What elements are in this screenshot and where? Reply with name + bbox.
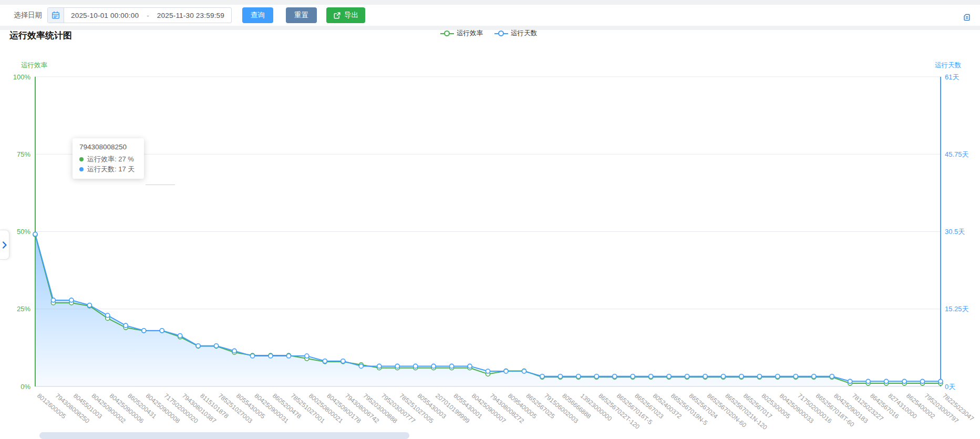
- legend-label: 运行天数: [511, 29, 537, 38]
- series-dot-icon: [79, 167, 84, 171]
- date-range-value[interactable]: 2025-10-01 00:00:00 - 2025-11-30 23:59:5…: [64, 8, 231, 23]
- date-separator: -: [147, 12, 149, 19]
- days-point[interactable]: [866, 379, 870, 383]
- days-point[interactable]: [323, 359, 327, 363]
- days-point[interactable]: [431, 364, 436, 368]
- days-point[interactable]: [450, 364, 454, 368]
- days-point[interactable]: [232, 349, 236, 353]
- export-button-label: 导出: [344, 11, 358, 20]
- days-point[interactable]: [776, 374, 780, 379]
- axis-pointer-line: [146, 185, 175, 185]
- date-range-label: 选择日期: [14, 11, 42, 20]
- days-point[interactable]: [613, 374, 617, 379]
- days-point[interactable]: [377, 364, 381, 368]
- chart-legend: 运行效率 运行天数: [440, 29, 537, 38]
- chevron-right-icon: [2, 241, 7, 249]
- tooltip-text: 运行效率: 27 %: [87, 154, 134, 164]
- days-point[interactable]: [685, 374, 689, 379]
- left-axis-tick: 100%: [13, 73, 31, 81]
- right-axis-tick: 45.75天: [945, 150, 969, 158]
- days-point[interactable]: [286, 354, 291, 358]
- days-point[interactable]: [359, 364, 363, 368]
- days-point[interactable]: [576, 374, 581, 379]
- days-point[interactable]: [938, 379, 943, 383]
- days-point[interactable]: [178, 333, 182, 338]
- left-axis-tick: 0%: [20, 383, 30, 391]
- left-axis-tick: 25%: [17, 305, 30, 313]
- days-point[interactable]: [793, 374, 798, 379]
- area-fill: [35, 234, 941, 386]
- days-point[interactable]: [486, 369, 490, 373]
- line-marker-icon: [440, 30, 454, 37]
- days-point[interactable]: [142, 329, 146, 333]
- series-dot-icon: [79, 157, 84, 161]
- days-point[interactable]: [196, 344, 200, 348]
- days-point[interactable]: [468, 364, 472, 368]
- top-window-strip: [0, 0, 980, 5]
- days-point[interactable]: [341, 359, 345, 363]
- legend-item-days[interactable]: 运行天数: [494, 29, 537, 38]
- days-point[interactable]: [269, 354, 273, 358]
- date-end: 2025-11-30 23:59:59: [157, 12, 224, 19]
- days-point[interactable]: [848, 379, 852, 383]
- tooltip-row-efficiency: 运行效率: 27 %: [79, 154, 137, 164]
- days-point[interactable]: [123, 323, 128, 328]
- right-axis-tick: 0天: [945, 383, 955, 391]
- right-axis-tick: 30.5天: [945, 228, 965, 236]
- toolbar: 选择日期 2025-10-01 00:00:00 - 2025-11-30 23…: [0, 5, 980, 26]
- sidebar-expand-handle[interactable]: [0, 230, 9, 260]
- days-point[interactable]: [703, 374, 707, 379]
- legend-label: 运行效率: [457, 29, 483, 38]
- document-icon[interactable]: [960, 10, 974, 25]
- calendar-icon[interactable]: [48, 8, 64, 23]
- days-point[interactable]: [87, 303, 91, 308]
- days-point[interactable]: [540, 374, 544, 379]
- reset-button[interactable]: 重置: [286, 7, 317, 23]
- page-title: 运行效率统计图: [9, 29, 72, 42]
- days-point[interactable]: [251, 354, 255, 358]
- days-point[interactable]: [160, 329, 164, 333]
- horizontal-scrollbar-thumb[interactable]: [39, 432, 409, 439]
- days-point[interactable]: [902, 379, 906, 383]
- tooltip-title: 794308008250: [79, 143, 137, 151]
- days-point[interactable]: [739, 374, 744, 379]
- export-icon: [333, 12, 341, 19]
- days-point[interactable]: [395, 364, 399, 368]
- days-point[interactable]: [921, 379, 925, 383]
- days-point[interactable]: [504, 369, 508, 373]
- date-start: 2025-10-01 00:00:00: [71, 12, 139, 19]
- days-point[interactable]: [33, 232, 37, 236]
- line-marker-icon: [494, 30, 508, 37]
- days-point[interactable]: [884, 379, 889, 383]
- days-point[interactable]: [214, 344, 219, 348]
- days-point[interactable]: [522, 369, 526, 373]
- efficiency-chart[interactable]: 0%0天25%15.25天50%30.5天75%45.75天100%61天801…: [0, 45, 980, 439]
- left-axis-tick: 75%: [17, 150, 30, 158]
- days-point[interactable]: [69, 298, 74, 302]
- days-point[interactable]: [812, 374, 816, 379]
- tooltip-text: 运行天数: 17 天: [87, 164, 135, 174]
- days-point[interactable]: [414, 364, 418, 368]
- days-point[interactable]: [305, 354, 309, 358]
- right-axis-tick: 15.25天: [945, 305, 969, 313]
- right-axis-tick: 61天: [945, 73, 959, 81]
- left-axis-tick: 50%: [17, 228, 30, 236]
- query-button[interactable]: 查询: [242, 7, 273, 23]
- days-point[interactable]: [106, 313, 110, 318]
- days-point[interactable]: [649, 374, 653, 379]
- legend-item-efficiency[interactable]: 运行效率: [440, 29, 483, 38]
- days-point[interactable]: [51, 298, 55, 302]
- tooltip-row-days: 运行天数: 17 天: [79, 164, 137, 174]
- days-point[interactable]: [631, 374, 635, 379]
- days-point[interactable]: [757, 374, 761, 379]
- days-point[interactable]: [558, 374, 562, 379]
- days-point[interactable]: [830, 374, 834, 379]
- days-point[interactable]: [667, 374, 671, 379]
- days-point[interactable]: [721, 374, 725, 379]
- date-range-input[interactable]: 2025-10-01 00:00:00 - 2025-11-30 23:59:5…: [47, 7, 232, 23]
- export-button[interactable]: 导出: [326, 7, 365, 23]
- days-point[interactable]: [594, 374, 599, 379]
- chart-tooltip: 794308008250 运行效率: 27 % 运行天数: 17 天: [73, 138, 144, 179]
